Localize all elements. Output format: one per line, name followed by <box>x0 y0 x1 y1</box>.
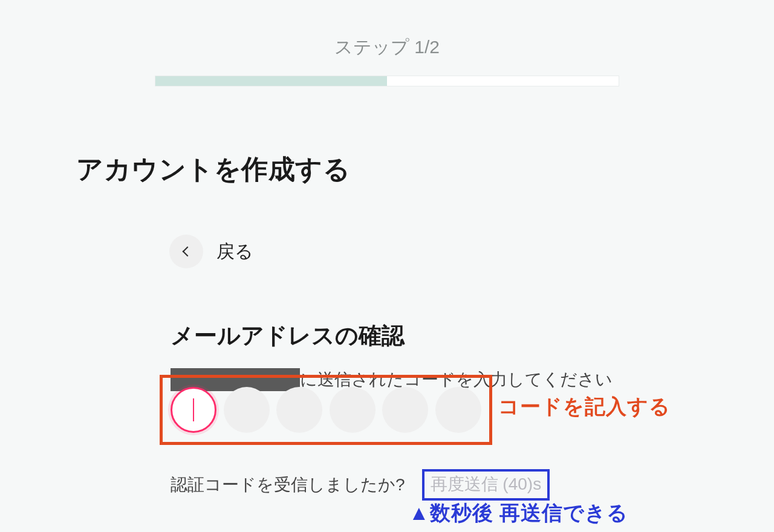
resend-row: 認証コードを受信しましたか? 再度送信 (40)s <box>171 469 550 501</box>
resend-question: 認証コードを受信しましたか? <box>171 473 405 496</box>
progress-bar <box>155 76 619 86</box>
verify-heading: メールアドレスの確認 <box>171 320 774 351</box>
chevron-left-icon <box>183 247 193 257</box>
back-button[interactable]: 戻る <box>169 235 253 268</box>
text-cursor-icon <box>193 398 194 421</box>
back-label: 戻る <box>216 239 253 264</box>
page-title: アカウントを作成する <box>76 152 774 187</box>
back-circle[interactable] <box>169 235 203 268</box>
code-digit-6[interactable] <box>435 387 481 433</box>
code-digit-4[interactable] <box>330 387 376 433</box>
code-digit-5[interactable] <box>382 387 428 433</box>
code-input-group[interactable] <box>160 375 492 445</box>
code-digit-2[interactable] <box>224 387 270 433</box>
annotation-resend-label: ▲数秒後 再送信できる <box>409 499 628 527</box>
code-digit-3[interactable] <box>276 387 322 433</box>
step-indicator: ステップ 1/2 <box>0 35 774 60</box>
progress-fill <box>155 76 387 86</box>
code-digit-1[interactable] <box>171 387 216 433</box>
resend-link[interactable]: 再度送信 (40)s <box>431 475 542 493</box>
annotation-code-label: コードを記入する <box>498 393 671 421</box>
resend-link-box: 再度送信 (40)s <box>422 469 550 501</box>
